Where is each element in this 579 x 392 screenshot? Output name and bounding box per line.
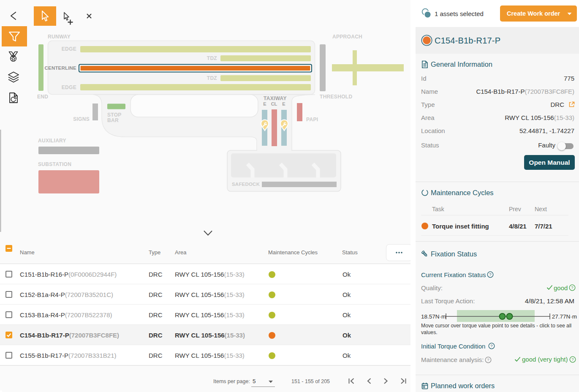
svg-text:AUXILIARY: AUXILIARY — [38, 138, 66, 144]
svg-text:?: ? — [489, 272, 491, 277]
svg-text:APPROACH: APPROACH — [332, 34, 362, 40]
svg-text:STOP: STOP — [107, 112, 122, 118]
svg-text:SIGNS: SIGNS — [73, 116, 90, 122]
svg-text:THRESHOLD: THRESHOLD — [320, 94, 352, 100]
svg-text:BAR: BAR — [107, 117, 119, 123]
svg-text:E: E — [282, 101, 285, 106]
svg-text:SAFEDOCK: SAFEDOCK — [232, 182, 260, 187]
svg-text:CL: CL — [271, 101, 277, 106]
svg-text:TAXIWAY: TAXIWAY — [264, 95, 287, 101]
svg-text:?: ? — [487, 357, 489, 362]
svg-text:PAPI: PAPI — [306, 117, 318, 122]
svg-text:TDZ: TDZ — [207, 55, 217, 61]
svg-text:SUBSTATION: SUBSTATION — [38, 161, 71, 167]
svg-text:?: ? — [571, 285, 573, 290]
svg-text:?: ? — [571, 357, 574, 362]
svg-text:TDZ: TDZ — [207, 75, 217, 81]
svg-text:E: E — [263, 101, 266, 106]
svg-text:?: ? — [490, 343, 492, 348]
